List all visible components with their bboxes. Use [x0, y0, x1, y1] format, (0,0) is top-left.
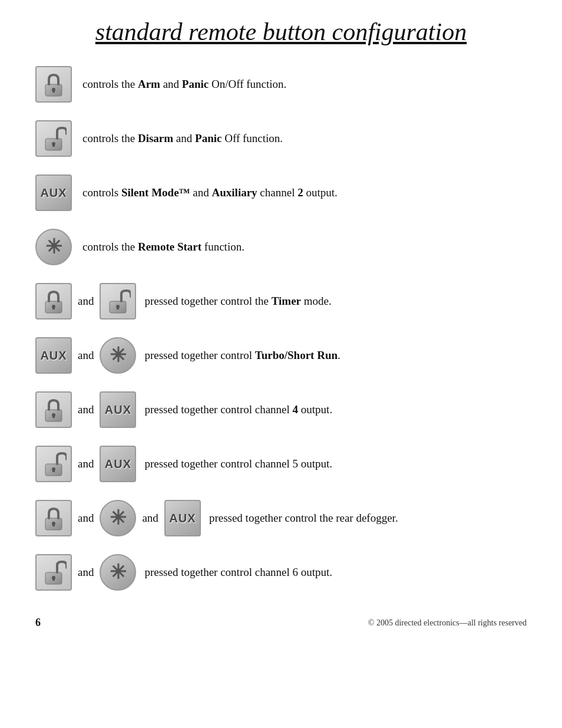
and-word-4: and [78, 457, 94, 470]
lock-closed-icon-2 [35, 283, 72, 319]
entry-remote-start: ✳ controls the Remote Start function. [35, 226, 527, 268]
page-number: 6 [35, 617, 41, 629]
arm-panic-text: controls the Arm and Panic On/Off functi… [82, 77, 527, 93]
aux-icon-3: AUX [100, 391, 136, 428]
lock-closed-icon [35, 66, 72, 103]
disarm-panic-text: controls the Disarm and Panic Off functi… [82, 131, 527, 147]
entry-arm-panic: controls the Arm and Panic On/Off functi… [35, 64, 527, 105]
page-title: standard remote button configuration [35, 18, 527, 46]
turbo-text: pressed together control Turbo/Short Run… [144, 348, 527, 364]
star-icon: ✳ [35, 229, 72, 265]
aux-icon-2: AUX [35, 337, 72, 374]
silent-aux-text: controls Silent Mode™ and Auxiliary chan… [82, 185, 527, 201]
copyright-text: © 2005 directed electronics—all rights r… [368, 618, 527, 628]
star-icon-3: ✳ [100, 500, 136, 536]
svg-rect-17 [52, 469, 55, 472]
svg-rect-2 [52, 90, 55, 93]
and-word-2: and [78, 349, 94, 362]
and-word-6: and [142, 512, 158, 525]
svg-rect-5 [52, 144, 55, 147]
lock-open-icon-4 [35, 554, 72, 591]
aux-icon: AUX [35, 174, 72, 211]
svg-rect-20 [52, 523, 55, 526]
lock-closed-icon-4 [35, 500, 72, 536]
entry-ch5: and AUX pressed together control channel… [35, 443, 527, 485]
entry-rear-defog: and ✳ and AUX pressed together control t… [35, 498, 527, 539]
ch4-text: pressed together control channel 4 outpu… [144, 402, 527, 418]
footer: 6 © 2005 directed electronics—all rights… [35, 611, 527, 629]
star-icon-4: ✳ [100, 554, 136, 591]
entry-ch6: and ✳ pressed together control channel 6… [35, 552, 527, 593]
remote-start-text: controls the Remote Start function. [82, 239, 527, 255]
and-word-7: and [78, 566, 94, 579]
ch6-text: pressed together control channel 6 outpu… [144, 565, 527, 581]
entry-turbo: AUX and ✳ pressed together control Turbo… [35, 335, 527, 376]
entry-timer: and pressed together control the Timer m… [35, 281, 527, 322]
entry-disarm-panic: controls the Disarm and Panic Off functi… [35, 118, 527, 159]
ch5-text: pressed together control channel 5 outpu… [144, 456, 527, 472]
entry-silent-aux: AUX controls Silent Mode™ and Auxiliary … [35, 172, 527, 213]
and-word-3: and [78, 403, 94, 416]
entry-ch4: and AUX pressed together control channel… [35, 389, 527, 430]
and-word-5: and [78, 512, 94, 525]
svg-rect-14 [52, 415, 55, 418]
svg-rect-11 [117, 307, 119, 309]
lock-open-icon-3 [35, 446, 72, 482]
lock-closed-icon-3 [35, 391, 72, 428]
aux-icon-5: AUX [164, 500, 201, 536]
lock-open-icon-2 [100, 283, 136, 319]
timer-text: pressed together control the Timer mode. [144, 294, 527, 309]
rear-defog-text: pressed together control the rear defogg… [209, 510, 527, 526]
svg-rect-8 [52, 307, 55, 309]
lock-open-icon [35, 120, 72, 157]
and-word-1: and [78, 295, 94, 308]
star-icon-2: ✳ [100, 337, 136, 374]
svg-rect-23 [52, 578, 55, 581]
aux-icon-4: AUX [100, 446, 136, 482]
